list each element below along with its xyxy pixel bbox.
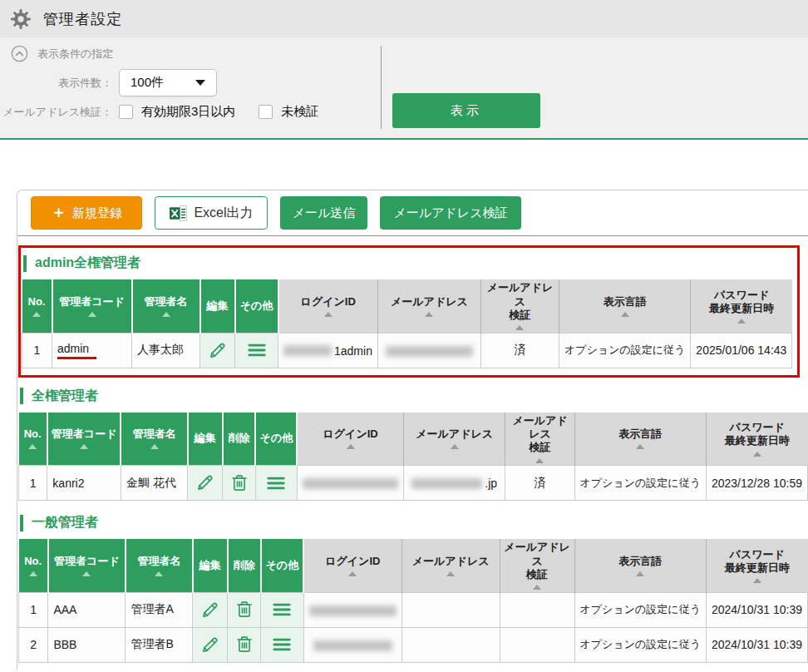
table-row: 2BBB管理者Bオプションの設定に従う2024/10/31 10:39 — [19, 627, 808, 662]
unverified-checkbox[interactable] — [259, 105, 273, 119]
menu-icon[interactable] — [271, 599, 293, 620]
app-header: 管理者設定 — [0, 0, 808, 37]
column-header-email[interactable]: メールアドレス — [403, 413, 505, 466]
column-header-no[interactable]: No. — [22, 279, 52, 333]
count-select[interactable]: 100件 — [119, 69, 217, 96]
column-header-email[interactable]: メールアドレス — [402, 539, 500, 592]
column-header-label: 表示言語 — [618, 555, 662, 568]
cell-verify: 済 — [505, 466, 574, 501]
column-header-label: パスワード 最終更新日時 — [725, 548, 790, 576]
section-title-text: 一般管理者 — [32, 514, 98, 531]
cell-value: kanri2 — [52, 477, 84, 490]
column-header-label: メールアドレス 検証 — [507, 414, 572, 455]
column-header-edit: 編集 — [193, 539, 228, 592]
edit-icon[interactable] — [194, 472, 216, 494]
table-row: 1AAA管理者Aオプションの設定に従う2024/10/31 10:39 — [19, 592, 808, 627]
sort-arrow-icon — [425, 312, 433, 317]
sort-arrow-icon — [451, 444, 459, 449]
column-header-label: 表示言語 — [618, 427, 662, 441]
cell-edit — [193, 592, 228, 627]
menu-icon[interactable] — [271, 634, 293, 655]
redacted-text — [411, 478, 482, 489]
delete-icon[interactable] — [229, 472, 250, 494]
column-header-label: No. — [24, 427, 42, 441]
cell-value: AAA — [53, 603, 76, 616]
edit-icon[interactable] — [206, 339, 229, 362]
cell-pw: 2023/12/28 10:59 — [706, 466, 807, 501]
column-header-email[interactable]: メールアドレス — [377, 279, 480, 333]
column-header-code[interactable]: 管理者コード — [47, 413, 121, 466]
table-row: 1kanri2金鯛 花代.jp済オプションの設定に従う2023/12/28 10… — [19, 466, 808, 501]
column-header-delete: 削除 — [228, 539, 261, 592]
excel-export-button[interactable]: Excel出力 — [155, 196, 268, 230]
menu-icon[interactable] — [246, 339, 268, 361]
collapse-icon[interactable] — [11, 45, 28, 62]
column-header-verify[interactable]: メールアドレス 検証 — [500, 539, 574, 592]
cell-value: 管理者A — [131, 602, 173, 615]
send-mail-button[interactable]: メール送信 — [280, 196, 367, 230]
sort-arrow-icon — [515, 325, 524, 330]
sort-arrow-icon — [28, 444, 37, 449]
column-header-lang[interactable]: 表示言語 — [574, 413, 706, 466]
column-header-label: 管理者名 — [133, 427, 176, 441]
column-header-login[interactable]: ログインID — [297, 413, 403, 466]
count-label: 表示件数： — [0, 76, 112, 91]
cell-verify: 済 — [480, 333, 559, 368]
cell-value: 2024/10/31 10:39 — [712, 603, 802, 616]
column-header-name[interactable]: 管理者名 — [126, 539, 193, 592]
cell-value: オプションの設定に従う — [580, 603, 701, 615]
column-header-code[interactable]: 管理者コード — [52, 279, 132, 333]
column-header-login[interactable]: ログインID — [278, 279, 378, 333]
show-button[interactable]: 表示 — [392, 93, 540, 128]
sort-arrow-icon — [80, 444, 88, 449]
column-header-lang[interactable]: 表示言語 — [559, 279, 690, 333]
edit-icon[interactable] — [199, 634, 221, 656]
column-header-no[interactable]: No. — [19, 539, 48, 592]
delete-icon[interactable] — [234, 599, 255, 620]
column-header-label: 管理者コード — [54, 555, 120, 568]
cell-pw: 2024/10/31 10:39 — [706, 592, 807, 627]
menu-icon[interactable] — [265, 472, 287, 494]
column-header-other: その他 — [261, 539, 303, 592]
column-header-code[interactable]: 管理者コード — [48, 539, 126, 592]
column-header-verify[interactable]: メールアドレス 検証 — [480, 279, 559, 333]
cell-value: 済 — [534, 476, 545, 489]
section-title: admin全権管理者 — [23, 254, 792, 272]
sort-arrow-icon — [88, 312, 96, 317]
highlighted-table-section: admin全権管理者No.管理者コード管理者名編集その他ログインIDメールアドレ… — [18, 245, 800, 378]
column-header-label: メールアドレス 検証 — [502, 541, 573, 581]
column-header-verify[interactable]: メールアドレス 検証 — [505, 413, 574, 466]
cell-value: 1 — [34, 343, 41, 357]
column-header-no[interactable]: No. — [19, 413, 47, 466]
cell-value: オプションの設定に従う — [580, 477, 701, 489]
cell-login — [297, 466, 403, 501]
cell-other — [261, 592, 303, 627]
cell-email — [402, 592, 500, 627]
cell-value: オプションの設定に従う — [564, 343, 685, 356]
column-header-pw[interactable]: パスワード 最終更新日時 — [691, 279, 792, 333]
cell-value: 1admin — [334, 344, 372, 358]
verify-email-button[interactable]: メールアドレス検証 — [380, 196, 521, 230]
cell-delete — [223, 466, 256, 501]
new-registration-button[interactable]: ＋ 新規登録 — [31, 196, 142, 230]
column-header-label: ログインID — [301, 295, 356, 309]
section-title-text: 全権管理者 — [32, 388, 98, 405]
column-header-pw[interactable]: パスワード 最終更新日時 — [706, 413, 807, 466]
delete-icon[interactable] — [234, 634, 255, 655]
cell-code: BBB — [48, 627, 126, 662]
admin-table: No.管理者コード管理者名編集その他ログインIDメールアドレスメールアドレス 検… — [22, 279, 792, 368]
column-header-lang[interactable]: 表示言語 — [574, 539, 706, 592]
column-header-name[interactable]: 管理者名 — [121, 413, 188, 466]
cell-value: BBB — [53, 638, 76, 651]
cell-other — [235, 333, 278, 368]
section-title: 一般管理者 — [20, 514, 808, 531]
cell-lang: オプションの設定に従う — [574, 592, 706, 627]
column-header-label: 表示言語 — [604, 295, 647, 309]
redacted-text — [303, 478, 398, 489]
column-header-pw[interactable]: パスワード 最終更新日時 — [706, 539, 807, 592]
column-header-login[interactable]: ログインID — [303, 539, 402, 592]
edit-icon[interactable] — [199, 599, 221, 621]
unverified-checkbox-label: 未検証 — [281, 104, 318, 120]
column-header-name[interactable]: 管理者名 — [132, 279, 200, 333]
expiring-checkbox[interactable] — [119, 105, 133, 119]
